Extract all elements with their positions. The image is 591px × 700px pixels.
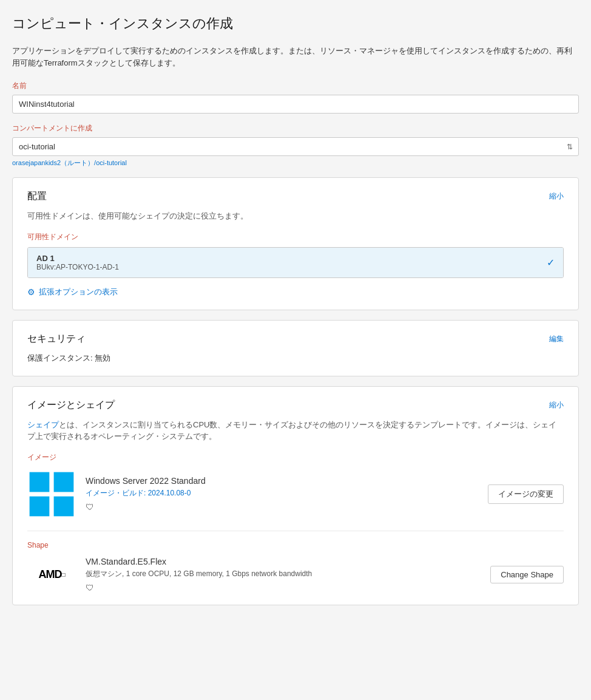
image-shield-icon: 🛡	[86, 502, 478, 512]
shape-link[interactable]: シェイプ	[27, 420, 59, 429]
amd-logo: AMD□	[38, 568, 64, 581]
compartment-label: コンパートメントに作成	[12, 123, 579, 134]
page-container: コンピュート・インスタンスの作成 アプリケーションをデプロイして実行するためのイ…	[0, 0, 591, 639]
ad-value: BUkv:AP-TOKYO-1-AD-1	[36, 263, 119, 271]
protection-label: 保護インスタンス:	[27, 353, 93, 362]
name-input[interactable]	[12, 95, 579, 114]
protection-value: 無効	[95, 353, 110, 362]
shape-info: VM.Standard.E5.Flex 仮想マシン, 1 core OCPU, …	[86, 557, 481, 593]
placement-collapse-link[interactable]: 縮小	[549, 191, 564, 202]
page-description: アプリケーションをデプロイして実行するためのインスタンスを作成します。または、リ…	[12, 45, 579, 69]
ad-option-item[interactable]: AD 1 BUkv:AP-TOKYO-1-AD-1 ✓	[28, 248, 563, 277]
placement-description: 可用性ドメインは、使用可能なシェイプの決定に役立ちます。	[27, 210, 564, 222]
security-title: セキュリティ	[27, 333, 86, 345]
svg-rect-1	[54, 472, 74, 492]
shape-subsection: Shape AMD□ VM.Standard.E5.Flex 仮想マシン, 1 …	[27, 541, 564, 593]
shape-label: Shape	[27, 541, 564, 549]
ad-option-left: AD 1 BUkv:AP-TOKYO-1-AD-1	[36, 254, 119, 271]
shape-shield-icon: 🛡	[86, 583, 481, 593]
name-field-group: 名前	[12, 81, 579, 114]
image-shape-description-text: とは、インスタンスに割り当てられるCPU数、メモリー・サイズおよびその他のリソー…	[27, 420, 556, 441]
compartment-select-wrapper: oci-tutorial ⇅	[12, 137, 579, 156]
security-protection-info: 保護インスタンス: 無効	[27, 353, 564, 364]
image-shape-description: シェイプとは、インスタンスに割り当てられるCPU数、メモリー・サイズおよびその他…	[27, 419, 564, 443]
image-shape-collapse-link[interactable]: 縮小	[549, 400, 564, 410]
image-shape-section: イメージとシェイプ 縮小 シェイプとは、インスタンスに割り当てられるCPU数、メ…	[12, 386, 579, 605]
security-section: セキュリティ 編集 保護インスタンス: 無効	[12, 320, 579, 376]
image-build-value: 2024.10.08-0	[148, 489, 191, 497]
image-shape-divider	[27, 531, 564, 531]
change-image-button[interactable]: イメージの変更	[488, 484, 564, 504]
image-row: Windows Server 2022 Standard イメージ・ビルド: 2…	[27, 470, 564, 518]
image-label: イメージ	[27, 452, 564, 463]
expand-options-link[interactable]: ⚙ 拡張オプションの表示	[27, 287, 564, 297]
shape-name: VM.Standard.E5.Flex	[86, 557, 481, 566]
name-label: 名前	[12, 81, 579, 91]
expand-options-icon: ⚙	[27, 287, 35, 297]
ad-check-icon: ✓	[547, 257, 555, 268]
placement-section: 配置 縮小 可用性ドメインは、使用可能なシェイプの決定に役立ちます。 可用性ドメ…	[12, 177, 579, 310]
image-shape-header: イメージとシェイプ 縮小	[27, 399, 564, 412]
image-build: イメージ・ビルド: 2024.10.08-0	[86, 488, 478, 498]
shape-row: AMD□ VM.Standard.E5.Flex 仮想マシン, 1 core O…	[27, 557, 564, 593]
placement-header: 配置 縮小	[27, 190, 564, 203]
image-shape-title: イメージとシェイプ	[27, 399, 115, 412]
svg-rect-0	[30, 472, 50, 492]
compartment-select[interactable]: oci-tutorial	[12, 137, 579, 156]
image-name: Windows Server 2022 Standard	[86, 476, 478, 486]
ad-name: AD 1	[36, 254, 119, 263]
windows-logo	[27, 470, 76, 518]
svg-rect-2	[30, 496, 50, 516]
compartment-field-group: コンパートメントに作成 oci-tutorial ⇅ orasejapankid…	[12, 123, 579, 168]
breadcrumb: orasejapankids2（ルート）/oci-tutorial	[12, 158, 579, 168]
image-info: Windows Server 2022 Standard イメージ・ビルド: 2…	[86, 476, 478, 512]
security-edit-link[interactable]: 編集	[549, 334, 564, 344]
image-build-label: イメージ・ビルド:	[86, 489, 146, 497]
shape-details: 仮想マシン, 1 core OCPU, 12 GB memory, 1 Gbps…	[86, 569, 481, 579]
amd-logo-container: AMD□	[27, 568, 76, 581]
image-subsection: イメージ Windows Server 2022 Standard イメージ・ビ…	[27, 452, 564, 518]
change-shape-button[interactable]: Change Shape	[490, 566, 564, 583]
ad-label: 可用性ドメイン	[27, 232, 564, 242]
ad-option-container: AD 1 BUkv:AP-TOKYO-1-AD-1 ✓	[27, 247, 564, 278]
placement-title: 配置	[27, 190, 47, 203]
expand-options-label: 拡張オプションの表示	[39, 287, 118, 297]
svg-rect-3	[54, 496, 74, 516]
page-title: コンピュート・インスタンスの作成	[12, 15, 579, 33]
security-header: セキュリティ 編集	[27, 333, 564, 345]
